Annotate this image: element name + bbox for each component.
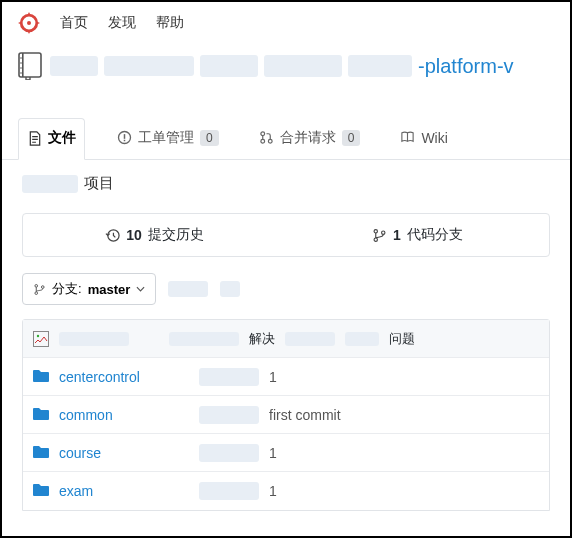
commit-msg-prefix: 解决 [249, 330, 275, 348]
nav-help[interactable]: 帮助 [156, 14, 184, 32]
folder-icon [33, 407, 49, 423]
svg-point-18 [35, 291, 38, 294]
file-name-link[interactable]: course [59, 445, 189, 461]
tab-pulls[interactable]: 合并请求 0 [251, 119, 369, 159]
branches-count: 1 [393, 227, 401, 243]
file-name-link[interactable]: centercontrol [59, 369, 189, 385]
svg-point-16 [382, 231, 385, 234]
svg-rect-2 [22, 53, 24, 77]
redacted-owner [50, 56, 98, 76]
redacted-segment [264, 55, 342, 77]
commits-label: 提交历史 [148, 226, 204, 244]
svg-point-12 [268, 139, 272, 143]
svg-point-19 [41, 285, 44, 288]
redacted-text [22, 175, 78, 193]
repo-book-icon [18, 52, 42, 80]
history-icon [105, 228, 120, 243]
branches-link[interactable]: 1 代码分支 [286, 214, 549, 256]
site-logo-icon[interactable] [18, 12, 40, 34]
folder-icon [33, 445, 49, 461]
repo-path: -platform-v [50, 55, 514, 78]
branch-prefix: 分支: [52, 280, 82, 298]
file-commit-msg: 1 [269, 369, 539, 385]
pulls-count-badge: 0 [342, 130, 361, 146]
table-row: centercontrol 1 [23, 358, 549, 396]
broken-image-icon [33, 331, 49, 347]
svg-point-14 [374, 229, 377, 232]
tab-label: 合并请求 [280, 129, 336, 147]
table-row: exam 1 [23, 472, 549, 510]
tab-label: 工单管理 [138, 129, 194, 147]
tab-issues[interactable]: 工单管理 0 [109, 119, 227, 159]
svg-rect-20 [34, 331, 49, 346]
chevron-down-icon [136, 286, 145, 292]
branch-icon [372, 228, 387, 243]
svg-point-6 [20, 72, 22, 74]
file-icon [27, 131, 42, 146]
redacted-text [168, 281, 208, 297]
commit-msg-suffix: 问题 [389, 330, 415, 348]
nav-home[interactable]: 首页 [60, 14, 88, 32]
redacted-segment [104, 56, 194, 76]
branch-icon [33, 283, 46, 296]
redacted-author [199, 444, 259, 462]
issue-icon [117, 130, 132, 145]
tab-wiki[interactable]: Wiki [392, 120, 455, 158]
table-row: course 1 [23, 434, 549, 472]
svg-rect-8 [124, 134, 126, 139]
commits-count: 10 [126, 227, 142, 243]
repo-stats: 10 提交历史 1 代码分支 [22, 213, 550, 257]
repo-name-suffix[interactable]: -platform-v [418, 55, 514, 78]
file-commit-msg: 1 [269, 483, 539, 499]
redacted-author [199, 482, 259, 500]
svg-point-5 [20, 67, 22, 69]
svg-point-17 [35, 284, 38, 287]
repo-description: 项目 [2, 160, 570, 207]
redacted-author [59, 332, 129, 346]
svg-rect-9 [124, 140, 126, 142]
svg-point-15 [374, 238, 377, 241]
svg-point-21 [37, 334, 39, 336]
commits-link[interactable]: 10 提交历史 [23, 214, 286, 256]
file-listing: 解决 问题 centercontrol 1 common first commi… [22, 319, 550, 511]
folder-icon [33, 369, 49, 385]
tab-label: 文件 [48, 129, 76, 147]
svg-point-11 [261, 139, 265, 143]
svg-point-0 [27, 21, 31, 25]
file-name-link[interactable]: common [59, 407, 189, 423]
branch-selector[interactable]: 分支: master [22, 273, 156, 305]
topbar: 首页 发现 帮助 [2, 2, 570, 42]
nav-discover[interactable]: 发现 [108, 14, 136, 32]
tab-files[interactable]: 文件 [18, 118, 85, 160]
repo-tabs: 文件 工单管理 0 合并请求 0 Wiki [2, 118, 570, 160]
book-icon [400, 130, 415, 145]
table-row: common first commit [23, 396, 549, 434]
repo-header: -platform-v [2, 42, 570, 90]
redacted-author [199, 368, 259, 386]
redacted-text [345, 332, 379, 346]
desc-suffix: 项目 [84, 174, 114, 193]
redacted-text [169, 332, 239, 346]
tab-label: Wiki [421, 130, 447, 146]
svg-point-10 [261, 132, 265, 136]
branch-selector-row: 分支: master [2, 273, 570, 319]
redacted-segment [200, 55, 258, 77]
redacted-text [285, 332, 335, 346]
redacted-author [199, 406, 259, 424]
pull-request-icon [259, 130, 274, 145]
redacted-segment [348, 55, 412, 77]
latest-commit-row: 解决 问题 [23, 320, 549, 358]
branches-label: 代码分支 [407, 226, 463, 244]
redacted-text [220, 281, 240, 297]
branch-name: master [88, 282, 131, 297]
svg-point-3 [20, 57, 22, 59]
folder-icon [33, 483, 49, 499]
issues-count-badge: 0 [200, 130, 219, 146]
file-commit-msg: 1 [269, 445, 539, 461]
file-commit-msg: first commit [269, 407, 539, 423]
file-name-link[interactable]: exam [59, 483, 189, 499]
svg-point-4 [20, 62, 22, 64]
